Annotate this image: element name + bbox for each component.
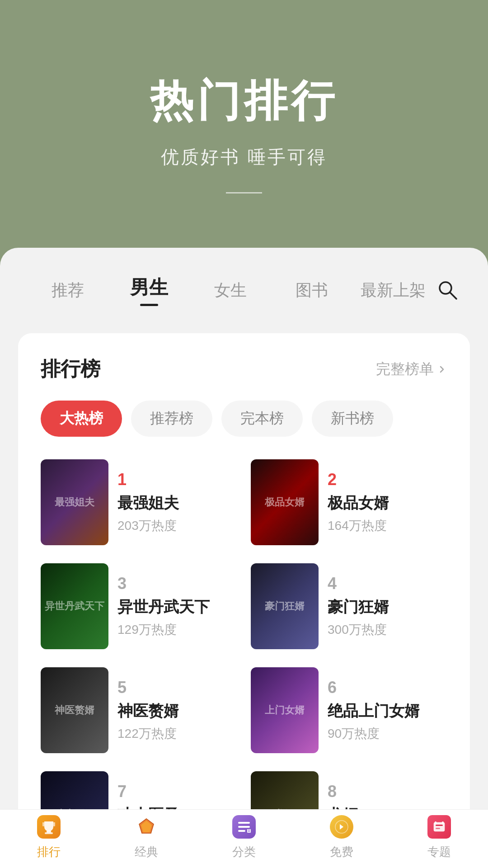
book-cover-5: 神医赘婿 — [41, 667, 108, 753]
book-item-3[interactable]: 异世丹武天下 3 异世丹武天下 129万热度 — [41, 563, 237, 649]
book-rank-7: 7 — [117, 782, 237, 801]
nav-icon-classic — [133, 813, 160, 840]
sub-tab-new[interactable]: 新书榜 — [312, 401, 393, 437]
nav-label-topic: 专题 — [427, 844, 451, 860]
svg-rect-15 — [442, 821, 444, 824]
hero-subtitle: 优质好书 唾手可得 — [0, 145, 488, 170]
book-rank-1: 1 — [117, 470, 237, 489]
search-icon — [436, 279, 458, 301]
book-info-4: 4 豪门狂婿 300万热度 — [328, 574, 447, 638]
book-heat-4: 300万热度 — [328, 621, 447, 638]
svg-rect-3 — [45, 832, 53, 834]
svg-rect-6 — [238, 830, 245, 832]
nav-icon-free — [328, 813, 355, 840]
book-rank-8: 8 — [328, 782, 447, 801]
nav-icon-category — [230, 813, 258, 840]
nav-item-topic[interactable]: 专题 — [426, 813, 453, 860]
category-icon-svg — [236, 819, 252, 835]
sub-tab-complete[interactable]: 完本榜 — [221, 401, 303, 437]
svg-line-1 — [450, 292, 456, 299]
sub-tab-hot[interactable]: 大热榜 — [41, 401, 122, 437]
main-card: 推荐 男生 女生 图书 最新上架 排行榜 完整榜单 大热榜 推荐榜 完本 — [0, 248, 488, 868]
nav-icon-ranking — [35, 813, 62, 840]
ranking-header: 排行榜 完整榜单 — [41, 356, 447, 382]
nav-item-classic[interactable]: 经典 — [133, 813, 160, 860]
book-heat-6: 90万热度 — [328, 725, 447, 742]
nav-item-ranking[interactable]: 排行 — [35, 813, 62, 860]
book-info-5: 5 神医赘婿 122万热度 — [117, 678, 237, 742]
hero-divider — [226, 192, 262, 193]
svg-rect-14 — [436, 828, 440, 829]
nav-item-free[interactable]: 免费 — [328, 813, 355, 860]
tab-recommend[interactable]: 推荐 — [27, 275, 108, 306]
book-name-3: 异世丹武天下 — [117, 597, 237, 618]
book-name-1: 最强姐夫 — [117, 493, 237, 514]
ranking-more-button[interactable]: 完整榜单 — [376, 359, 447, 379]
sub-tabs: 大热榜 推荐榜 完本榜 新书榜 — [41, 401, 447, 437]
trophy-icon — [41, 819, 57, 835]
book-name-4: 豪门狂婿 — [328, 597, 447, 618]
book-info-1: 1 最强姐夫 203万热度 — [117, 470, 237, 534]
book-cover-1: 最强姐夫 — [41, 459, 108, 545]
free-icon-svg — [333, 819, 350, 835]
nav-label-classic: 经典 — [135, 844, 158, 860]
book-rank-5: 5 — [117, 678, 237, 697]
tab-new[interactable]: 最新上架 — [352, 275, 434, 306]
nav-icon-topic — [426, 813, 453, 840]
bottom-nav: 排行 经典 分类 — [0, 809, 488, 868]
book-info-6: 6 绝品上门女婿 90万热度 — [328, 678, 447, 742]
book-info-3: 3 异世丹武天下 129万热度 — [117, 574, 237, 638]
book-item-2[interactable]: 极品女婿 2 极品女婿 164万热度 — [251, 459, 447, 545]
ranking-section: 排行榜 完整榜单 大热榜 推荐榜 完本榜 新书榜 最强姐夫 1 — [18, 333, 470, 868]
book-item-5[interactable]: 神医赘婿 5 神医赘婿 122万热度 — [41, 667, 237, 753]
book-rank-4: 4 — [328, 574, 447, 593]
book-cover-4: 豪门狂婿 — [251, 563, 319, 649]
book-heat-3: 129万热度 — [117, 621, 237, 638]
ranking-title: 排行榜 — [41, 356, 100, 382]
tab-books[interactable]: 图书 — [271, 275, 352, 306]
book-info-2: 2 极品女婿 164万热度 — [328, 470, 447, 534]
book-heat-5: 122万热度 — [117, 725, 237, 742]
book-item-4[interactable]: 豪门狂婿 4 豪门狂婿 300万热度 — [251, 563, 447, 649]
nav-label-ranking: 排行 — [37, 844, 61, 860]
svg-rect-16 — [435, 821, 436, 824]
book-rank-3: 3 — [117, 574, 237, 593]
book-name-6: 绝品上门女婿 — [328, 701, 447, 722]
search-button[interactable] — [434, 279, 461, 302]
book-rank-6: 6 — [328, 678, 447, 697]
nav-label-free: 免费 — [330, 844, 353, 860]
svg-rect-7 — [247, 829, 251, 833]
hero-section: 热门排行 优质好书 唾手可得 — [0, 0, 488, 230]
book-name-5: 神医赘婿 — [117, 701, 237, 722]
classic-icon — [134, 814, 159, 840]
book-item-6[interactable]: 上门女婿 6 绝品上门女婿 90万热度 — [251, 667, 447, 753]
book-cover-3: 异世丹武天下 — [41, 563, 108, 649]
svg-rect-5 — [238, 826, 250, 828]
book-grid: 最强姐夫 1 最强姐夫 203万热度 极品女婿 2 极品女婿 164万热度 — [41, 459, 447, 857]
tab-female[interactable]: 女生 — [190, 275, 271, 306]
book-item-1[interactable]: 最强姐夫 1 最强姐夫 203万热度 — [41, 459, 237, 545]
nav-item-category[interactable]: 分类 — [230, 813, 258, 860]
tab-male[interactable]: 男生 — [108, 270, 190, 311]
svg-rect-4 — [238, 822, 250, 824]
book-rank-2: 2 — [328, 470, 447, 489]
book-name-2: 极品女婿 — [328, 493, 447, 514]
book-heat-2: 164万热度 — [328, 517, 447, 534]
book-cover-2: 极品女婿 — [251, 459, 319, 545]
book-cover-6: 上门女婿 — [251, 667, 319, 753]
book-heat-1: 203万热度 — [117, 517, 237, 534]
nav-label-category: 分类 — [232, 844, 256, 860]
sub-tab-recommend[interactable]: 推荐榜 — [131, 401, 212, 437]
hero-title: 热门排行 — [0, 72, 488, 131]
chevron-right-icon — [436, 364, 447, 375]
tab-bar: 推荐 男生 女生 图书 最新上架 — [0, 248, 488, 324]
svg-rect-13 — [436, 825, 443, 826]
topic-icon-svg — [431, 819, 447, 835]
